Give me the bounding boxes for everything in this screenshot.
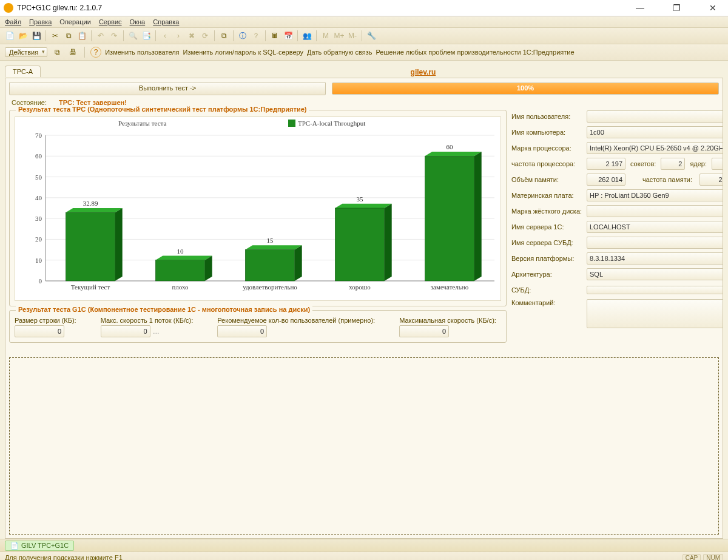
- refresh-icon: ⟳: [199, 30, 211, 42]
- document-icon: 📄: [10, 542, 19, 550]
- username-label: Имя пользователя:: [511, 113, 583, 120]
- menu-bar: Файл Правка Операции Сервис Окна Справка: [0, 16, 728, 28]
- srv1c-input[interactable]: [587, 221, 723, 233]
- cap-indicator: CAP: [682, 554, 701, 561]
- actions-dropdown[interactable]: Действия: [5, 47, 47, 57]
- info-icon[interactable]: ⓘ: [237, 30, 249, 42]
- svg-marker-28: [205, 256, 212, 281]
- svg-text:10: 10: [35, 257, 42, 264]
- undo-icon: ↶: [95, 30, 107, 42]
- wrench-icon[interactable]: 🔧: [365, 30, 377, 42]
- actions-bar: Действия ⧉ 🖶 ? Изменить пользователя Изм…: [0, 44, 728, 61]
- ellipsis-icon[interactable]: …: [153, 328, 160, 335]
- svg-marker-42: [425, 152, 481, 156]
- menu-edit[interactable]: Правка: [29, 18, 52, 25]
- cpu-brand-input[interactable]: [587, 142, 723, 154]
- status-bar: Для получения подсказки нажмите F1 CAP N…: [0, 552, 728, 560]
- feedback-link[interactable]: Дать обратную связь: [307, 49, 372, 56]
- svg-rect-20: [288, 120, 295, 127]
- srv1c-label: Имя сервера 1С:: [511, 223, 583, 231]
- new-icon[interactable]: 📄: [4, 30, 16, 42]
- cut-icon[interactable]: ✂: [49, 30, 61, 42]
- app-icon: [4, 3, 13, 13]
- m-minus-icon: M-: [346, 30, 359, 42]
- svg-marker-33: [295, 245, 302, 281]
- ram-freq-input[interactable]: [699, 174, 723, 186]
- redo-icon: ↷: [108, 30, 120, 42]
- menu-operations[interactable]: Операции: [59, 18, 90, 25]
- svg-text:хорошо: хорошо: [349, 283, 371, 291]
- close-button[interactable]: ✕: [701, 3, 724, 13]
- svg-text:15: 15: [267, 237, 274, 244]
- m-plus-icon: M+: [333, 30, 345, 42]
- svg-rect-39: [335, 208, 384, 281]
- help-icon: ？: [250, 30, 262, 42]
- mb-input[interactable]: [587, 189, 723, 201]
- g1c-max-speed1-input[interactable]: [101, 325, 150, 337]
- g1c-rec-users-input[interactable]: [217, 325, 267, 337]
- action-print-icon[interactable]: 🖶: [67, 46, 79, 58]
- title-bar: TPC+G1C gilev.ru: 2.1.0.7 — ❐ ✕: [0, 0, 728, 16]
- computer-input[interactable]: [587, 126, 723, 138]
- calc-icon[interactable]: 🖩: [269, 30, 281, 42]
- menu-help[interactable]: Справка: [153, 18, 179, 25]
- svg-marker-37: [335, 204, 391, 208]
- windows-icon[interactable]: ⧉: [218, 30, 230, 42]
- num-indicator: NUM: [703, 554, 723, 561]
- menu-service[interactable]: Сервис: [99, 18, 122, 25]
- run-test-button[interactable]: Выполнить тест ->: [9, 82, 326, 95]
- m-icon: M: [320, 30, 332, 42]
- cores-input[interactable]: [712, 158, 723, 170]
- svg-text:32.89: 32.89: [83, 200, 98, 207]
- tab-tpc-a[interactable]: TPC-A: [5, 66, 41, 77]
- svg-text:30: 30: [35, 215, 42, 222]
- arch-input[interactable]: [587, 268, 723, 280]
- menu-file[interactable]: Файл: [5, 18, 21, 25]
- copy-icon[interactable]: ⧉: [62, 30, 75, 42]
- main-panel: Выполнить тест -> 100% Состояние: TPC: Т…: [5, 78, 723, 539]
- dbms-input[interactable]: [587, 286, 723, 294]
- platform-label: Версия платформы:: [511, 255, 583, 262]
- open-icon[interactable]: 📂: [17, 30, 29, 42]
- change-sql-link[interactable]: Изменить логин/пароль к SQL-серверу: [183, 49, 304, 56]
- hdd-input[interactable]: [587, 205, 723, 217]
- maximize-button[interactable]: ❐: [665, 3, 688, 13]
- change-user-link[interactable]: Изменить пользователя: [105, 49, 179, 56]
- comment-input[interactable]: [587, 299, 723, 328]
- paste-icon[interactable]: 📋: [76, 30, 88, 42]
- g1c-line-size-label: Размер строки (КБ):: [15, 317, 76, 324]
- svg-marker-43: [474, 152, 482, 281]
- action-copy-icon[interactable]: ⧉: [51, 46, 63, 58]
- svg-text:50: 50: [35, 174, 42, 181]
- sockets-label: сокетов:: [630, 160, 656, 167]
- gilev-link[interactable]: gilev.ru: [411, 68, 436, 76]
- calendar-icon[interactable]: 📅: [282, 30, 294, 42]
- arch-label: Архитектура:: [511, 271, 583, 278]
- main-toolbar: 📄 📂 💾 ✂ ⧉ 📋 ↶ ↷ 🔍 📑 ‹ › ✖ ⟳ ⧉ ⓘ ？ 🖩 📅 👥 …: [0, 28, 728, 44]
- solve-link[interactable]: Решение любых проблем производительности…: [376, 49, 575, 56]
- users-icon[interactable]: 👥: [301, 30, 313, 42]
- cpu-freq-input[interactable]: [587, 158, 625, 170]
- srvdb-input[interactable]: [587, 237, 723, 249]
- sockets-input[interactable]: [661, 158, 685, 170]
- svg-text:35: 35: [357, 195, 364, 203]
- action-help-icon[interactable]: ?: [90, 47, 101, 58]
- username-input[interactable]: [587, 110, 723, 123]
- save-icon[interactable]: 💾: [30, 30, 42, 42]
- platform-input[interactable]: [587, 252, 723, 265]
- minimize-button[interactable]: —: [629, 3, 652, 13]
- ram-input[interactable]: [587, 174, 625, 186]
- mb-label: Материнская плата:: [511, 192, 583, 199]
- document-bar: 📄 GILV TPC+G1C: [0, 539, 728, 552]
- svg-text:Результаты теста: Результаты теста: [118, 120, 166, 127]
- svg-text:40: 40: [35, 194, 42, 201]
- open-document-tab[interactable]: 📄 GILV TPC+G1C: [5, 541, 74, 551]
- find-list-icon[interactable]: 📑: [140, 30, 152, 42]
- group-tpc-title: Результат теста TPC (Однопоточный синтет…: [16, 106, 309, 113]
- g1c-line-size-input[interactable]: [15, 325, 64, 337]
- g1c-max-speed-input[interactable]: [399, 325, 449, 337]
- group-g1c-title: Результат теста G1C (Компонентное тестир…: [16, 306, 312, 313]
- svg-marker-32: [245, 245, 302, 249]
- menu-windows[interactable]: Окна: [130, 18, 146, 25]
- svg-text:10: 10: [177, 248, 184, 255]
